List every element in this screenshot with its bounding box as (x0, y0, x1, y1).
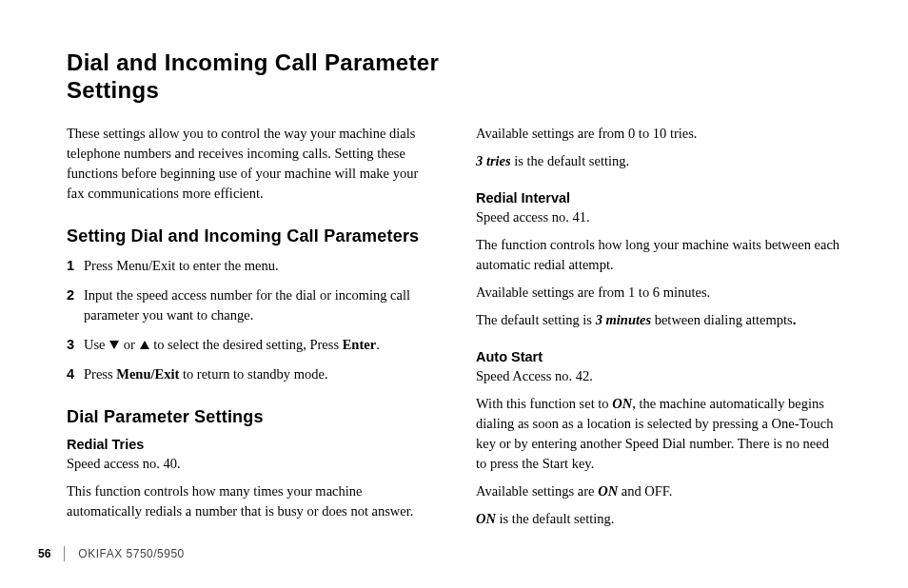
body-text: Speed Access no. 42. (476, 366, 841, 386)
step-1: 1 Press Menu/Exit to enter the menu. (67, 256, 432, 276)
right-column: Available settings are from 0 to 10 trie… (476, 124, 841, 537)
subheading-auto-start: Auto Start (476, 349, 841, 364)
step-text: Use or to select the desired setting, Pr… (84, 335, 432, 355)
step-number: 2 (67, 285, 84, 325)
steps-list: 1 Press Menu/Exit to enter the menu. 2 I… (67, 256, 432, 384)
product-label: OKIFAX 5750/5950 (78, 547, 184, 560)
step-2: 2 Input the speed access number for the … (67, 285, 432, 325)
page-number: 56 (38, 547, 50, 560)
body-text: Speed access no. 41. (476, 207, 841, 227)
up-triangle-icon (139, 340, 150, 350)
step-text: Press Menu/Exit to enter the menu. (84, 256, 432, 276)
page-footer: 56 OKIFAX 5750/5950 (38, 546, 185, 561)
body-text: With this function set to ON, the machin… (476, 394, 841, 474)
intro-text: These settings allow you to control the … (67, 124, 432, 204)
svg-marker-0 (109, 341, 119, 349)
down-triangle-icon (109, 340, 120, 350)
section-heading-setting-params: Setting Dial and Incoming Call Parameter… (67, 226, 432, 246)
step-3: 3 Use or to select the desired setting, … (67, 335, 432, 355)
subheading-redial-interval: Redial Interval (476, 190, 841, 206)
step-number: 3 (67, 335, 84, 355)
body-text: The default setting is 3 minutes between… (476, 310, 841, 330)
svg-marker-1 (140, 341, 149, 349)
body-text: Available settings are from 0 to 10 trie… (476, 124, 841, 144)
step-4: 4 Press Menu/Exit to return to standby m… (67, 364, 432, 384)
body-text: Speed access no. 40. (67, 454, 432, 474)
page-title: Dial and Incoming Call Parameter Setting… (67, 49, 466, 105)
body-text: Available settings are ON and OFF. (476, 481, 841, 501)
body-text: This function controls how many times yo… (67, 481, 432, 521)
subheading-redial-tries: Redial Tries (67, 437, 432, 452)
body-text: ON is the default setting. (476, 509, 841, 529)
section-heading-dial-param: Dial Parameter Settings (67, 407, 432, 427)
content-columns: These settings allow you to control the … (67, 124, 841, 537)
body-text: 3 tries is the default setting. (476, 151, 841, 171)
body-text: Available settings are from 1 to 6 minut… (476, 283, 841, 303)
step-text: Input the speed access number for the di… (84, 285, 432, 325)
left-column: These settings allow you to control the … (67, 124, 432, 537)
step-number: 1 (67, 256, 84, 276)
body-text: The function controls how long your mach… (476, 235, 841, 275)
footer-divider (64, 546, 65, 561)
step-text: Press Menu/Exit to return to standby mod… (84, 364, 432, 384)
document-page: Dial and Incoming Call Parameter Setting… (0, 0, 908, 588)
step-number: 4 (67, 364, 84, 384)
